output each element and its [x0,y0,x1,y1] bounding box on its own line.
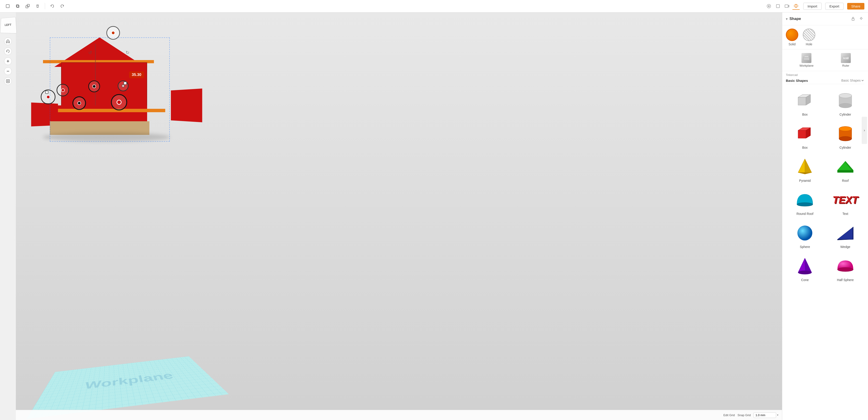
home-nav-button[interactable] [4,37,12,45]
new-button[interactable] [4,2,12,10]
shape-item-half-sphere[interactable]: Half Sphere [826,254,865,284]
shape-name-roof: Roof [842,179,849,183]
rotation-handle-center[interactable] [88,81,100,92]
rotation-handle-inner-4 [92,85,96,88]
rotation-handle-right[interactable] [111,94,127,110]
duplicate-button[interactable] [24,2,32,10]
shape-item-cone[interactable]: Cone [786,254,824,284]
snap-grid-dropdown-icon[interactable]: ▾ [777,414,778,417]
shape-panel-title: Shape [789,17,848,21]
shape-item-sphere[interactable]: Sphere [786,221,824,250]
shape-panel-icons [850,16,864,22]
svg-point-47 [797,226,812,241]
symmetry-icon[interactable] [793,2,800,10]
top-handle-dot [111,31,115,35]
workplane-button[interactable]: Workplane [797,52,816,69]
right-panel: ▾ Shape Solid Hole Workplane [782,12,868,420]
copy-button[interactable] [13,2,22,10]
top-rotation-handle[interactable] [106,26,120,40]
shape-item-roof[interactable]: Roof [826,155,865,184]
export-button[interactable]: Export [825,3,843,10]
shape-name-round-roof: Round Roof [797,212,813,216]
redo-button[interactable] [58,2,66,10]
shape-item-wedge[interactable]: Wedge [826,221,865,250]
svg-rect-14 [852,19,854,20]
shape-thumb-half-sphere [835,256,856,276]
shape-name-pyramid: Pyramid [799,179,811,183]
svg-rect-20 [804,57,809,60]
panel-collapse-icon[interactable]: ▾ [786,17,788,21]
shapes-grid: Box Cylinder Bo [782,86,868,286]
shapes-category: Basic Shapes Basic Shapes [786,77,864,84]
ruler-button[interactable]: Ruler [838,52,854,69]
scale-handle-right[interactable] [124,82,127,85]
zoom-out-button[interactable]: − [4,67,12,75]
shape-thumb-text: TEXT [835,190,856,210]
shape-item-box-grey[interactable]: Box [786,89,824,118]
snap-grid-input[interactable] [753,412,776,418]
category-name: Basic Shapes [786,79,808,83]
view-cube[interactable]: LEFT [0,17,17,33]
shape-item-text[interactable]: TEXT Text [826,188,865,217]
bottom-bar: Edit Grid Snap Grid ▾ [16,410,782,420]
svg-rect-12 [6,80,9,83]
shape-thumb-roof [835,157,856,177]
shape-item-box-red[interactable]: Box [786,122,824,151]
import-button[interactable]: Import [803,3,822,10]
rotation-handle-inner-2 [61,88,65,92]
svg-rect-22 [843,57,849,59]
rotate-nav-button[interactable] [4,47,12,55]
workplane-panel: Workplane Ruler [782,49,868,71]
box-outline-icon[interactable] [774,2,781,10]
grid-plane [27,356,229,419]
share-button[interactable]: Share [847,3,864,9]
light-icon[interactable] [858,16,864,22]
shape-item-round-roof[interactable]: Round Roof [786,188,824,217]
shape-thumb-round-roof [795,190,815,210]
svg-marker-21 [804,56,809,57]
svg-rect-5 [37,5,38,7]
category-dropdown[interactable]: Basic Shapes [840,78,864,83]
view-icons [765,2,800,10]
solid-option[interactable]: Solid [786,29,798,46]
snap-grid-control: ▾ [753,412,778,418]
lock-icon[interactable] [850,16,856,22]
viewport[interactable]: Workplane [16,12,782,420]
shape-item-cylinder-grey[interactable]: Cylinder [826,89,865,118]
shape-panel-header: ▾ Shape [782,12,868,25]
plus-icon: + [6,59,9,64]
hole-circle [803,29,815,41]
solid-hole-row: Solid Hole [782,25,868,49]
svg-point-31 [839,103,852,108]
undo-button[interactable] [48,2,56,10]
left-sidebar: LEFT + − [0,12,16,420]
svg-rect-0 [6,4,9,8]
rotation-handle-right-upper[interactable] [118,81,129,91]
camera-icon[interactable] [765,2,773,10]
shape-thumb-box-red [795,123,815,144]
3d-structure: 35.30 ↺ ↻ [43,26,183,153]
shape-name-cone: Cone [801,278,809,282]
shape-thumb-cylinder-grey [835,90,856,111]
shape-thumb-wedge [835,223,856,243]
shape-name-box-red: Box [802,146,808,149]
edit-grid-label[interactable]: Edit Grid [723,414,735,417]
box-camera-icon[interactable] [783,2,790,10]
shape-name-cylinder-orange: Cylinder [839,146,851,149]
svg-marker-42 [798,172,812,174]
ruler-icon [841,53,851,63]
rotation-handle-left-center[interactable] [57,84,69,96]
scroll-right-arrow[interactable]: › [862,117,867,144]
zoom-in-button[interactable]: + [4,57,12,65]
shape-item-pyramid[interactable]: Pyramid [786,155,824,184]
fit-button[interactable] [4,77,12,85]
scale-handle-left[interactable] [45,91,49,94]
shape-thumb-box-grey [795,90,815,111]
svg-point-54 [837,268,853,272]
shape-item-cylinder-orange[interactable]: Cylinder [826,122,865,151]
hole-option[interactable]: Hole [803,29,815,46]
separator [45,3,45,9]
rotation-handle-bottom-center[interactable] [72,96,86,110]
delete-button[interactable] [33,2,42,10]
hole-label: Hole [806,43,812,46]
